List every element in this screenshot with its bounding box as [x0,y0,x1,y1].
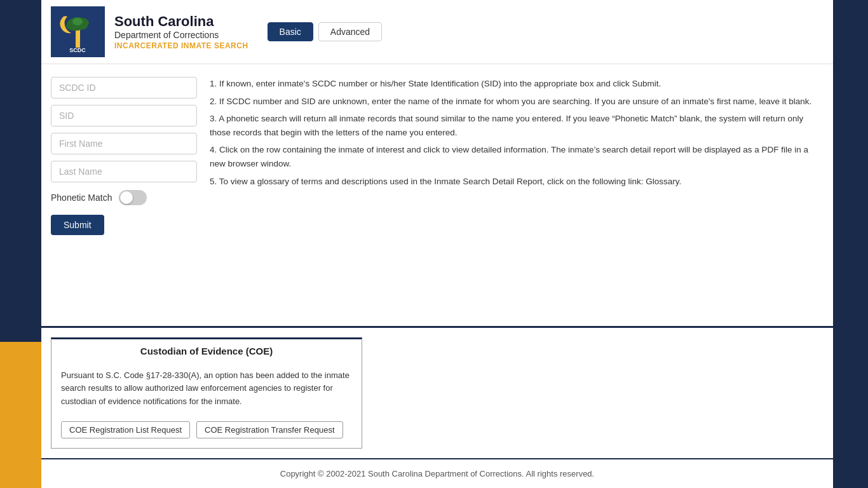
body-area: Phonetic Match Submit 1. If known, enter… [41,64,833,326]
form-column: Phonetic Match Submit [51,77,197,313]
sid-input[interactable] [51,105,197,126]
phonetic-label: Phonetic Match [51,193,112,203]
scdc-id-input[interactable] [51,77,197,98]
coe-body: Pursuant to S.C. Code §17-28-330(A), an … [51,363,362,415]
svg-point-5 [72,18,83,25]
logo-container: SCDC [51,6,105,57]
phonetic-toggle[interactable] [119,190,147,205]
logo-text-block: South Carolina Department of Corrections… [114,13,248,50]
svg-text:SCDC: SCDC [69,47,86,53]
right-sidebar [833,0,868,488]
footer: Copyright © 2002-2021 South Carolina Dep… [41,458,833,488]
submit-button[interactable]: Submit [51,215,104,235]
coe-list-request-button[interactable]: COE Registration List Request [61,421,190,438]
last-name-input[interactable] [51,161,197,182]
instruction-step4: 4. Click on the row containing the inmat… [210,143,824,170]
tab-basic[interactable]: Basic [268,22,313,41]
instructions-column: 1. If known, enter inmate's SCDC number … [210,77,824,313]
scdc-logo: SCDC [51,6,105,57]
copyright-text: Copyright © 2002-2021 South Carolina Dep… [280,469,594,478]
coe-transfer-request-button[interactable]: COE Registration Transfer Request [196,421,342,438]
tab-group: Basic Advanced [268,22,383,41]
org-name: South Carolina [114,13,248,30]
main-content: SCDC South Carolina Department of Correc… [41,0,833,488]
coe-box: Custodian of Evidence (COE) Pursuant to … [51,337,362,449]
bottom-section: Custodian of Evidence (COE) Pursuant to … [41,326,833,449]
left-sidebar [0,0,41,488]
header: SCDC South Carolina Department of Correc… [41,0,833,64]
org-sub: Department of Corrections [114,30,248,40]
instruction-step5: 5. To view a glossary of terms and descr… [210,175,824,189]
instruction-step2: 2. If SCDC number and SID are unknown, e… [210,95,824,109]
coe-buttons: COE Registration List Request COE Regist… [51,415,362,438]
instruction-step3: 3. A phonetic search will return all inm… [210,112,824,139]
first-name-input[interactable] [51,133,197,154]
tab-advanced[interactable]: Advanced [318,22,382,41]
phonetic-row: Phonetic Match [51,190,197,205]
org-tag: INCARCERATED INMATE SEARCH [114,41,248,50]
coe-title: Custodian of Evidence (COE) [51,339,362,363]
svg-rect-1 [76,29,80,48]
instruction-step1: 1. If known, enter inmate's SCDC number … [210,77,824,91]
